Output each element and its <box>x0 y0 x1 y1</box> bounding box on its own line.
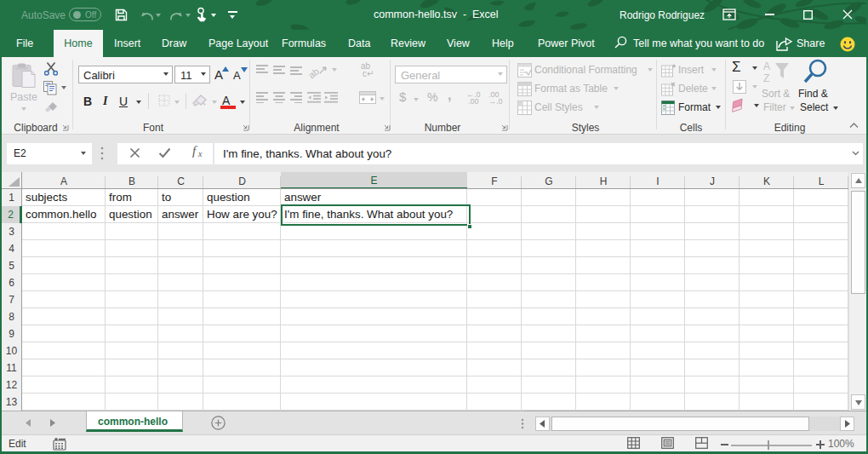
svg-text:Z: Z <box>763 72 769 84</box>
svg-text:A: A <box>763 60 770 72</box>
svg-text:ab: ab <box>309 66 321 78</box>
